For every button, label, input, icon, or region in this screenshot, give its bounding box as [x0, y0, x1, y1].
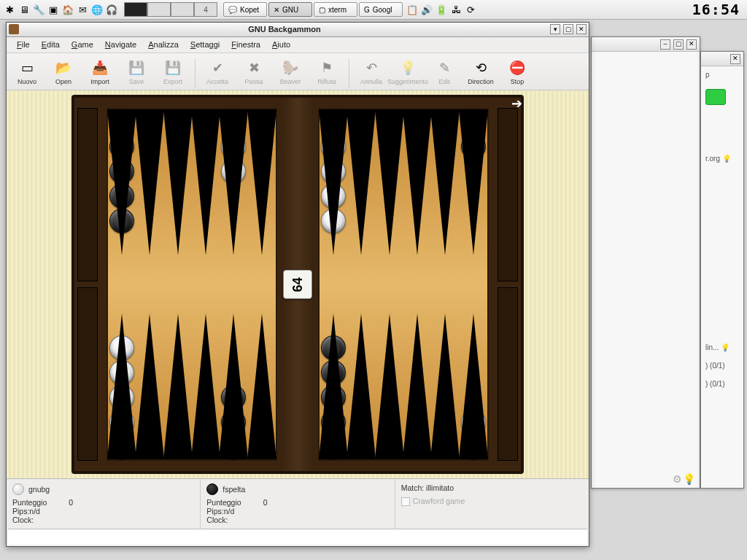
menu-settaggi[interactable]: Settaggi [185, 38, 225, 51]
crawford-checkbox [401, 497, 410, 506]
system-taskbar: ✱ 🖥 🔧 ▣ 🏠 ✉ 🌐 🎧 4 💬Kopet✕GNU▢xtermGGoogl… [0, 0, 747, 20]
gear-icon[interactable]: ⚙ [673, 473, 682, 485]
rifiuta-icon: ⚑ [318, 59, 336, 77]
board-bar[interactable]: 64 [283, 98, 312, 471]
export-icon: 💾 [164, 59, 182, 77]
edit-icon: ✎ [436, 59, 453, 77]
network-icon[interactable]: 🖧 [449, 3, 462, 16]
open-button[interactable]: 📂Open [46, 56, 81, 88]
import-button[interactable]: 📥Import [82, 56, 117, 88]
board-area: ➔ 64 [7, 90, 589, 478]
taskbar-tasks: 💬Kopet✕GNU▢xtermGGoogl [223, 2, 403, 17]
edit-button: ✎Edit [427, 56, 462, 88]
close-icon[interactable]: ✕ [730, 54, 740, 64]
list-item: (0/1) [710, 362, 725, 370]
beaver-icon: 🦫 [282, 59, 299, 77]
player1-name: gnubg [28, 485, 50, 494]
accetta-icon: ✔ [209, 59, 226, 77]
home-icon[interactable]: 🏠 [61, 3, 74, 16]
rifiuta-button: ⚑Rifiuta [309, 56, 344, 88]
systray-right: 📋 🔊 🔋 🖧 ⟳ [406, 3, 477, 16]
menu-game[interactable]: Game [66, 38, 99, 51]
updates-icon[interactable]: ⟳ [464, 3, 477, 16]
audio-icon[interactable]: 🎧 [105, 3, 118, 16]
passa-button: ✖Passa [236, 56, 271, 88]
desktop-icon[interactable]: 🖥 [18, 3, 31, 16]
annulla-icon: ↶ [363, 59, 380, 77]
tool-icon[interactable]: 🔧 [32, 3, 45, 16]
task-xterm[interactable]: ▢xterm [314, 2, 357, 17]
pager-desktop-4[interactable]: 4 [194, 2, 217, 17]
accetta-button: ✔Accetta [200, 56, 235, 88]
match-label: Match: illimitato [401, 483, 583, 492]
direction-button[interactable]: ⟲Direction [463, 56, 498, 88]
kmix-icon[interactable]: 🔊 [420, 3, 433, 16]
maximize-icon[interactable]: ▢ [673, 39, 684, 50]
menu-navigate[interactable]: Navigate [99, 38, 142, 51]
system-tray: ✱ 🖥 🔧 ▣ 🏠 ✉ 🌐 🎧 [3, 3, 118, 16]
background-window-2: ✕ p r.org 💡 lin... 💡 ) (0/1) ) (0/1) [700, 51, 744, 489]
desktop-pager[interactable]: 4 [124, 2, 217, 17]
window-list-icon[interactable]: ▣ [47, 3, 60, 16]
import-icon: 📥 [91, 59, 109, 77]
player2-chip-icon [206, 483, 218, 495]
command-input[interactable] [8, 529, 587, 545]
close-icon[interactable]: ✕ [576, 24, 587, 34]
app-icon [9, 24, 19, 34]
task-kopet[interactable]: 💬Kopet [223, 2, 267, 17]
pager-desktop-3[interactable] [171, 2, 194, 17]
bearoff-tray-right [495, 98, 521, 471]
match-status: Match: illimitato Crawford game [395, 479, 589, 529]
task-googl[interactable]: GGoogl [359, 2, 403, 17]
folder-icon[interactable] [705, 89, 726, 105]
battery-icon[interactable]: 🔋 [435, 3, 448, 16]
nuovo-icon: ▭ [18, 59, 36, 77]
player2-name: fspelta [222, 485, 245, 494]
window-titlebar[interactable]: GNU Backgammon ▾ ▢ ✕ [7, 23, 589, 37]
task-gnu[interactable]: ✕GNU [268, 2, 312, 17]
suggerimento-button: 💡Suggerimento [390, 56, 425, 88]
nuovo-button[interactable]: ▭Nuovo [9, 56, 44, 88]
player2-status: fspelta Punteggio0 Pips:n/d Clock: [201, 479, 395, 529]
bearoff-tray-left [74, 98, 101, 471]
backgammon-board[interactable]: ➔ 64 [71, 95, 524, 474]
export-button: 💾Export [155, 56, 190, 88]
idea-icon[interactable]: 💡 [683, 473, 695, 485]
window-title: GNU Backgammon [22, 25, 547, 34]
close-icon[interactable]: ✕ [686, 39, 697, 50]
board-half-right[interactable] [318, 108, 489, 461]
menu-aiuto[interactable]: Aiuto [266, 38, 296, 51]
stop-button[interactable]: ⛔Stop [500, 56, 535, 88]
pager-desktop-2[interactable] [147, 2, 171, 17]
status-panel: gnubg Punteggio0 Pips:n/d Clock: fspelta… [7, 478, 589, 529]
player1-status: gnubg Punteggio0 Pips:n/d Clock: [7, 479, 201, 529]
background-window-1: – ▢ ✕ 💡 ⚙ [591, 36, 700, 489]
gnubg-window: GNU Backgammon ▾ ▢ ✕ FileEditaGameNaviga… [6, 22, 589, 547]
list-item: r.org [705, 155, 720, 163]
passa-icon: ✖ [245, 59, 263, 77]
menu-file[interactable]: File [11, 38, 36, 51]
browser-icon[interactable]: 🌐 [90, 3, 104, 16]
player1-chip-icon [12, 483, 24, 495]
doubling-cube[interactable]: 64 [283, 270, 312, 299]
board-half-left[interactable] [107, 108, 277, 461]
suggerimento-icon: 💡 [399, 59, 417, 77]
clock[interactable]: 16:54 [688, 1, 744, 18]
list-item: lin... [705, 343, 719, 351]
save-icon: 💾 [128, 59, 145, 77]
menu-edita[interactable]: Edita [36, 38, 66, 51]
mail-icon[interactable]: ✉ [76, 3, 89, 16]
menu-analizza[interactable]: Analizza [142, 38, 185, 51]
klipper-icon[interactable]: 📋 [406, 3, 419, 16]
kmenu-icon[interactable]: ✱ [3, 3, 16, 16]
minimize-icon[interactable]: – [660, 39, 670, 50]
pager-desktop-1[interactable] [124, 2, 147, 17]
minimize-icon[interactable]: ▾ [550, 24, 560, 34]
save-button: 💾Save [119, 56, 154, 88]
toolbar: ▭Nuovo📂Open📥Import💾Save💾Export✔Accetta✖P… [7, 53, 589, 91]
maximize-icon[interactable]: ▢ [563, 24, 573, 34]
bgwin2-body: p r.org 💡 lin... 💡 ) (0/1) ) (0/1) [701, 66, 743, 392]
open-icon: 📂 [55, 59, 72, 77]
menu-finestra[interactable]: Finestra [225, 38, 266, 51]
menubar: FileEditaGameNavigateAnalizzaSettaggiFin… [7, 37, 589, 53]
